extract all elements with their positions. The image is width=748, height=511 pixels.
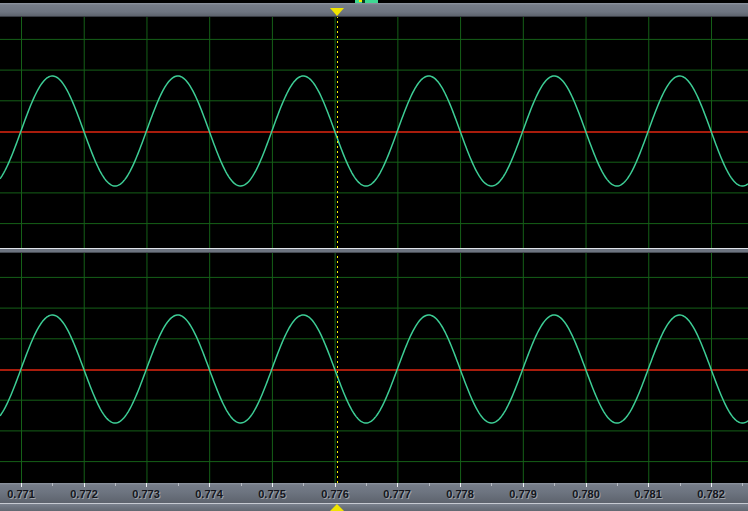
x-axis-label: 0.780 bbox=[572, 488, 600, 500]
x-axis-minor-tick bbox=[429, 483, 430, 486]
x-axis-minor-tick bbox=[617, 483, 618, 486]
x-axis-label: 0.775 bbox=[258, 488, 286, 500]
x-axis-label: 0.776 bbox=[321, 488, 349, 500]
x-axis-major-tick bbox=[21, 483, 22, 487]
x-axis-minor-tick bbox=[115, 483, 116, 486]
x-axis-label: 0.772 bbox=[70, 488, 98, 500]
waveform-plot-channel-1 bbox=[0, 16, 748, 248]
x-axis-minor-tick bbox=[554, 483, 555, 486]
x-axis-major-tick bbox=[586, 483, 587, 487]
x-axis-major-tick bbox=[397, 483, 398, 487]
x-axis-major-tick bbox=[272, 483, 273, 487]
x-axis-label: 0.778 bbox=[446, 488, 474, 500]
x-axis-major-tick bbox=[84, 483, 85, 487]
x-axis-major-tick bbox=[523, 483, 524, 487]
plot-panel-channel-1[interactable] bbox=[0, 16, 748, 248]
x-axis-minor-tick bbox=[303, 483, 304, 486]
panel-splitter[interactable] bbox=[0, 248, 748, 253]
x-axis-label: 0.779 bbox=[509, 488, 537, 500]
x-axis-label: 0.771 bbox=[7, 488, 35, 500]
x-axis-minor-tick bbox=[366, 483, 367, 486]
x-axis-minor-tick bbox=[178, 483, 179, 486]
x-axis-major-tick bbox=[209, 483, 210, 487]
x-axis-minor-tick bbox=[241, 483, 242, 486]
cursor-marker-bottom-icon[interactable] bbox=[330, 504, 344, 511]
waveform-plot-channel-2 bbox=[0, 253, 748, 483]
x-axis-label: 0.773 bbox=[132, 488, 160, 500]
x-axis-minor-tick bbox=[52, 483, 53, 486]
bottom-cursor-strip[interactable] bbox=[0, 504, 748, 511]
x-axis-major-tick bbox=[335, 483, 336, 487]
x-axis-major-tick bbox=[648, 483, 649, 487]
x-axis-label: 0.774 bbox=[195, 488, 223, 500]
cursor-marker-top-icon[interactable] bbox=[330, 8, 344, 16]
top-cursor-ruler[interactable] bbox=[0, 3, 748, 17]
x-axis-label: 0.777 bbox=[383, 488, 411, 500]
x-axis-major-tick bbox=[711, 483, 712, 487]
x-axis-label: 0.781 bbox=[634, 488, 662, 500]
x-axis-minor-tick bbox=[680, 483, 681, 486]
plot-panel-channel-2[interactable] bbox=[0, 253, 748, 483]
x-axis-minor-tick bbox=[491, 483, 492, 486]
time-axis-ruler[interactable]: 0.7710.7720.7730.7740.7750.7760.7770.778… bbox=[0, 483, 748, 503]
x-axis-label: 0.782 bbox=[697, 488, 725, 500]
x-axis-major-tick bbox=[146, 483, 147, 487]
waveform-viewer-window: 0.7710.7720.7730.7740.7750.7760.7770.778… bbox=[0, 0, 748, 511]
x-axis-major-tick bbox=[460, 483, 461, 487]
x-axis-minor-tick bbox=[742, 483, 743, 486]
